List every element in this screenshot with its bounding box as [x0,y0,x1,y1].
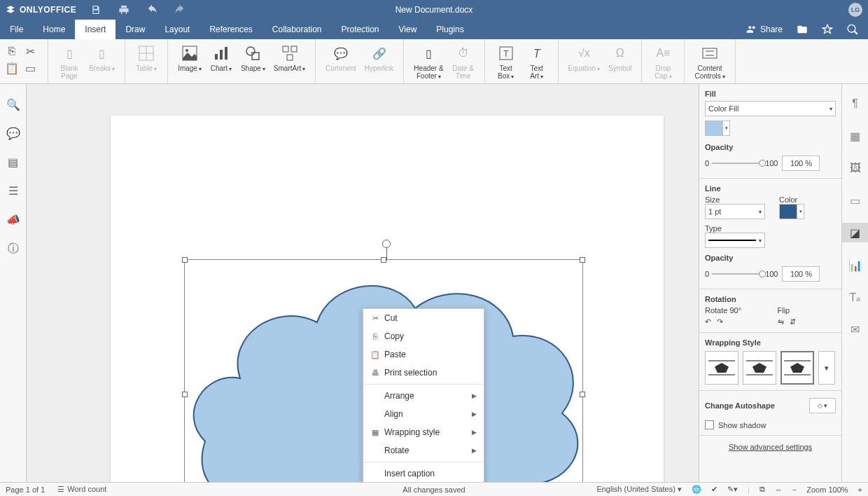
ctx-align[interactable]: Align▶ [363,405,484,423]
wrap-more[interactable]: ▾ [818,351,835,385]
share-button[interactable]: Share [746,24,783,35]
about-icon[interactable]: ⓘ [8,242,19,256]
wrap-square[interactable] [743,351,776,385]
canvas[interactable]: ✂Cut ⎘Copy 📋Paste 🖶Print selection Arran… [27,84,699,482]
headings-icon[interactable]: ▤ [8,156,18,169]
wrap-inline[interactable] [705,351,738,385]
blank-page-button[interactable]: ▯Blank Page [54,42,85,80]
fit-width-icon[interactable]: ↔ [775,485,783,494]
table-button[interactable]: Table▾ [131,42,162,73]
feedback-icon[interactable]: 📣 [6,213,20,226]
redo-icon[interactable] [174,4,186,15]
find-icon[interactable]: 🔍 [6,98,20,111]
fill-opacity-slider[interactable]: 0100 [705,159,778,167]
copy-icon[interactable]: ⎘ [6,45,18,57]
user-avatar[interactable]: LG [848,3,862,17]
zoom-out-icon[interactable]: − [792,485,797,494]
print-icon[interactable] [118,4,130,15]
ctx-insert-caption[interactable]: Insert caption [363,464,484,483]
ctx-print-selection[interactable]: 🖶Print selection [363,364,484,382]
ctx-rotate[interactable]: Rotate▶ [363,441,484,460]
undo-icon[interactable] [146,4,158,15]
line-color-picker[interactable]: ▾ [779,204,804,219]
tracking-icon[interactable]: ✔ [711,485,718,494]
mail-merge-icon[interactable]: ✉ [842,319,869,339]
language-select[interactable]: English (United States) ▾ [596,485,682,494]
show-advanced-link[interactable]: Show advanced settings [705,443,836,451]
content-controls-button[interactable]: Content Controls▾ [690,42,729,81]
tab-file[interactable]: File [0,20,33,39]
line-type-select[interactable]: ▾ [705,233,765,248]
cut-icon[interactable]: ✂ [24,45,36,57]
line-opacity-value[interactable]: 100 % [782,266,820,282]
track-changes-icon[interactable]: ✎▾ [727,485,738,494]
tab-collaboration[interactable]: Collaboration [262,20,332,39]
ctx-wrapping-style[interactable]: ▦Wrapping style▶ [363,423,484,441]
ctx-paste[interactable]: 📋Paste [363,345,484,364]
flip-horizontal-icon[interactable]: ⇋ [778,317,784,326]
page-indicator[interactable]: Page 1 of 1 [6,485,45,494]
zoom-level[interactable]: Zoom 100% [806,485,848,494]
breaks-button[interactable]: ▯Breaks▾ [85,42,119,73]
search-icon[interactable] [847,24,858,35]
show-shadow-checkbox[interactable] [705,420,714,429]
shape-settings-icon[interactable]: ◪ [842,223,869,242]
outline-icon[interactable]: ☰ [8,184,18,198]
text-box-button[interactable]: TText Box▾ [491,42,522,81]
tab-insert[interactable]: Insert [75,20,115,39]
save-icon[interactable] [90,4,102,15]
word-count[interactable]: ☰Word count [57,485,106,494]
equation-button[interactable]: √xEquation▾ [564,42,604,73]
favorite-icon[interactable] [822,24,833,35]
tab-protection[interactable]: Protection [332,20,389,39]
drop-cap-button[interactable]: A≡Drop Cap▾ [648,42,678,81]
image-button[interactable]: Image▾ [174,42,206,73]
resize-handle-e[interactable] [580,392,585,397]
comment-button[interactable]: 💬Comment [321,42,360,72]
fill-type-select[interactable]: Color Fill▾ [705,101,836,116]
resize-handle-ne[interactable] [580,257,585,263]
ctx-arrange[interactable]: Arrange▶ [363,387,484,405]
tab-view[interactable]: View [389,20,427,39]
resize-handle-nw[interactable] [182,257,188,263]
spellcheck-icon[interactable]: 🌐 [692,485,701,494]
header-settings-icon[interactable]: ▭ [842,191,869,210]
tab-draw[interactable]: Draw [115,20,155,39]
ctx-cut[interactable]: ✂Cut [363,309,484,327]
table-settings-icon[interactable]: ▦ [842,126,869,146]
shape-button[interactable]: Shape▾ [237,42,270,73]
hyperlink-button[interactable]: 🔗Hyperlink [360,42,398,72]
rotate-ccw-icon[interactable]: ↶ [705,317,711,326]
comments-panel-icon[interactable]: 💬 [6,127,20,140]
fill-opacity-value[interactable]: 100 % [782,156,820,171]
paragraph-settings-icon[interactable]: ¶ [842,94,869,113]
header-footer-button[interactable]: ▯Header & Footer▾ [410,42,447,81]
symbol-button[interactable]: ΩSymbol [604,42,636,72]
date-time-button[interactable]: ⏱Date & Time [448,42,479,80]
wrap-tight[interactable] [780,351,814,385]
tab-home[interactable]: Home [33,20,75,39]
flip-vertical-icon[interactable]: ⇵ [790,317,796,326]
rotate-cw-icon[interactable]: ↷ [717,317,723,326]
format-painter-icon[interactable]: ▭ [24,62,36,74]
tab-plugins[interactable]: Plugins [426,20,473,39]
image-settings-icon[interactable]: 🖼 [842,158,869,178]
tab-references[interactable]: References [200,20,262,39]
paste-icon[interactable]: 📋 [6,62,18,74]
resize-handle-n[interactable] [381,257,386,263]
tab-layout[interactable]: Layout [155,20,200,39]
open-location-icon[interactable] [797,24,808,35]
change-autoshape-button[interactable]: ◇ ▾ [809,398,836,413]
textart-settings-icon[interactable]: Tₐ [842,287,869,307]
rotate-handle[interactable] [382,240,391,248]
chart-button[interactable]: Chart▾ [206,42,237,73]
text-art-button[interactable]: TText Art▾ [522,42,552,81]
zoom-in-icon[interactable]: + [858,485,862,494]
chart-settings-icon[interactable]: 📊 [842,255,869,275]
line-opacity-slider[interactable]: 0100 [705,270,778,278]
line-size-select[interactable]: 1 pt▾ [705,204,765,219]
fill-color-picker[interactable]: ▾ [705,120,730,136]
resize-handle-w[interactable] [182,392,188,397]
smartart-button[interactable]: SmartArt▾ [270,42,309,73]
ctx-copy[interactable]: ⎘Copy [363,327,484,345]
